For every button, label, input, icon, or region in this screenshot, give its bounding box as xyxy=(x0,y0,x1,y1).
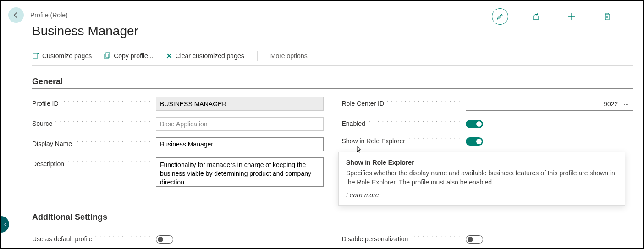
toolbar-separator xyxy=(257,51,258,61)
show-in-role-explorer-label[interactable]: Show in Role Explorer xyxy=(342,135,461,145)
new-button[interactable] xyxy=(563,8,580,25)
use-default-toggle[interactable] xyxy=(156,235,173,244)
section-general-title: General xyxy=(32,77,633,89)
customize-pages-label: Customize pages xyxy=(42,52,92,60)
disable-personalization-toggle[interactable] xyxy=(466,235,483,244)
show-in-role-explorer-toggle[interactable] xyxy=(466,137,483,146)
copy-icon xyxy=(104,52,111,60)
section-additional-title: Additional Settings xyxy=(32,212,633,224)
tooltip-learn-more-link[interactable]: Learn more xyxy=(346,191,617,199)
customize-icon xyxy=(32,52,39,60)
profile-id-input[interactable] xyxy=(156,97,324,111)
description-label: Description xyxy=(32,157,151,168)
enabled-toggle[interactable] xyxy=(466,120,483,128)
clear-customized-label: Clear customized pages xyxy=(176,52,244,60)
source-label: Source xyxy=(32,117,151,127)
display-name-label: Display Name xyxy=(32,137,151,147)
customize-pages-action[interactable]: Customize pages xyxy=(32,52,92,60)
copy-profile-action[interactable]: Copy profile... xyxy=(104,52,153,60)
use-default-label: Use as default profile xyxy=(32,233,151,243)
breadcrumb: Profile (Role) xyxy=(30,11,68,19)
role-center-id-label: Role Center ID xyxy=(342,97,461,107)
copy-profile-label: Copy profile... xyxy=(114,52,153,60)
clear-customized-action[interactable]: Clear customized pages xyxy=(165,52,244,60)
share-button[interactable] xyxy=(528,8,544,25)
tooltip: Show in Role Explorer Specifies whether … xyxy=(338,152,625,206)
description-input[interactable] xyxy=(156,157,324,187)
svg-rect-2 xyxy=(106,53,110,57)
side-tab[interactable]: ‹ xyxy=(1,216,9,233)
clear-icon xyxy=(165,52,173,60)
profile-id-label: Profile ID xyxy=(32,97,151,107)
delete-button[interactable] xyxy=(599,8,616,25)
back-button[interactable] xyxy=(8,7,24,23)
enabled-label: Enabled xyxy=(342,117,461,127)
disable-personalization-label: Disable personalization xyxy=(342,233,461,243)
tooltip-title: Show in Role Explorer xyxy=(346,159,617,166)
svg-rect-0 xyxy=(33,53,37,59)
svg-rect-1 xyxy=(105,54,108,59)
source-input xyxy=(156,117,324,131)
display-name-input[interactable] xyxy=(156,137,324,151)
role-center-id-value: 9022 xyxy=(470,100,623,108)
edit-button[interactable] xyxy=(492,8,508,25)
page-title: Business Manager xyxy=(32,24,643,38)
role-center-id-lookup-button[interactable]: ··· xyxy=(622,100,630,108)
role-center-id-input[interactable]: 9022 ··· xyxy=(466,97,633,111)
more-options-action[interactable]: More options xyxy=(270,52,308,60)
tooltip-body: Specifies whether the display name and a… xyxy=(346,169,617,187)
